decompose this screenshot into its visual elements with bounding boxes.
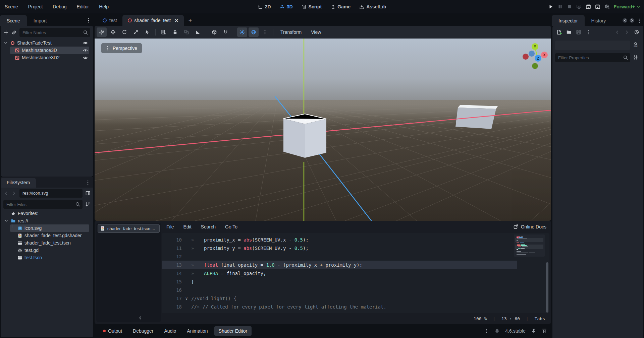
open-docs-search-button[interactable]: DOC [633, 42, 638, 47]
pin-bottom-panel-button[interactable] [531, 328, 536, 334]
code-minimap[interactable] [514, 234, 545, 257]
code-line-15[interactable]: 15} [162, 277, 549, 286]
new-scene-tab-button[interactable]: + [184, 15, 197, 26]
visibility-eye-icon[interactable] [83, 41, 88, 46]
dock-tab-scene[interactable]: Scene [0, 15, 27, 26]
fs-item-Favorites-[interactable]: Favorites: [1, 210, 93, 217]
menu-editor[interactable]: Editor [77, 4, 89, 9]
shader-menu-search[interactable]: Search [201, 224, 216, 229]
tree-chevron[interactable] [4, 218, 9, 223]
fs-back-button[interactable] [3, 191, 9, 196]
fs-item-res---[interactable]: res:// [1, 217, 93, 224]
shader-menu-goto[interactable]: Go To [225, 224, 237, 229]
add-node-button[interactable] [3, 30, 9, 35]
selection-list-button[interactable] [159, 27, 169, 37]
scene-node-ShaderFadeTest[interactable]: ShaderFadeTest [1, 39, 93, 47]
property-tools-button[interactable] [633, 55, 638, 60]
dock-nav-back-button[interactable] [622, 18, 628, 23]
code-line-10[interactable]: 10»proximity_x = abs(SCREEN_UV.x - 0.5); [162, 235, 549, 244]
expand-bottom-panel-button[interactable] [542, 328, 547, 334]
menu-help[interactable]: Help [99, 4, 109, 9]
resource-menu-button[interactable] [586, 29, 591, 35]
edit-history-button[interactable] [634, 29, 639, 35]
fs-sort-button[interactable] [85, 202, 91, 207]
move-mode-button[interactable] [108, 27, 118, 37]
play-custom-scene-button[interactable] [595, 4, 600, 9]
close-tab-icon[interactable]: ✕ [175, 18, 178, 23]
code-line-17[interactable]: 17∨//void light() { [162, 294, 549, 302]
inspector-tab-history[interactable]: History [585, 15, 613, 26]
fs-item-icon.svg[interactable]: icon.svg [1, 224, 93, 232]
perspective-menu-button[interactable]: Perspective [101, 43, 142, 53]
movie-reel-button[interactable] [604, 4, 610, 9]
play-scene-button[interactable] [586, 4, 591, 9]
preview-settings-button[interactable] [260, 27, 270, 37]
dock-tabs-menu-icon[interactable] [86, 18, 91, 23]
shader-file-item[interactable]: shader_fade_test.tscn:... [98, 224, 160, 233]
code-line-11[interactable]: 11»proximity_y = abs(SCREEN_UV.y - 0.5); [162, 244, 549, 252]
scene-node-MeshInstance3D2[interactable]: MeshInstance3D2 [1, 54, 93, 61]
tree-chevron[interactable] [3, 40, 8, 46]
fold-arrow[interactable]: ∨ [182, 296, 191, 301]
history-back-button[interactable] [614, 29, 620, 35]
ruler-mode-button[interactable] [193, 27, 203, 37]
filter-files-input[interactable] [3, 200, 83, 209]
viewport-3d[interactable]: Y X Z Perspective [95, 39, 551, 221]
scene-tab-test[interactable]: test [97, 15, 122, 26]
lock-selected-button[interactable] [170, 27, 180, 37]
online-docs-button[interactable]: Online Docs [513, 224, 546, 229]
engine-version[interactable]: 4.6.stable [505, 328, 526, 334]
code-line-14[interactable]: 14»ALPHA = final_opacity; [162, 269, 549, 277]
scene-tab-shader_fade_test[interactable]: shader_fade_test✕ [122, 15, 184, 26]
fs-item-test.tscn[interactable]: test.tscn [1, 254, 93, 261]
preview-environment-button[interactable] [249, 27, 259, 37]
menu-debug[interactable]: Debug [53, 4, 66, 9]
shader-menu-edit[interactable]: Edit [183, 224, 192, 229]
code-vertical-scrollbar[interactable] [546, 233, 549, 313]
group-selected-button[interactable] [181, 27, 192, 37]
notifications-bell-icon[interactable] [494, 328, 500, 334]
fs-item-shader-fade-test.tscn[interactable]: shader_fade_test.tscn [1, 239, 93, 247]
bottom-tab-animation[interactable]: Animation [182, 326, 212, 336]
menu-scene[interactable]: Scene [5, 4, 18, 9]
renderer-selector[interactable]: Forward+ [614, 4, 641, 9]
inspector-dock-menu-button[interactable] [637, 18, 642, 23]
instance-scene-button[interactable] [11, 30, 17, 35]
menu-project[interactable]: Project [28, 4, 43, 9]
select-mode-button[interactable] [97, 27, 107, 37]
use-snap-button[interactable] [221, 27, 231, 37]
stop-button[interactable] [567, 4, 572, 9]
shader-menu-file[interactable]: File [166, 224, 174, 229]
switch-3d-button[interactable]: 3D [280, 4, 293, 9]
viewport-menu-view[interactable]: View [307, 29, 325, 35]
viewport-menu-transform[interactable]: Transform [276, 29, 306, 35]
code-line-13[interactable]: 13»float final_opacity = 1.0 - (proximit… [162, 261, 549, 269]
bottom-tab-debugger[interactable]: Debugger [128, 326, 158, 336]
use-local-space-button[interactable] [209, 27, 219, 37]
new-resource-button[interactable] [556, 29, 562, 35]
code-line-18[interactable]: 18//» // Called for every pixel for ever… [162, 302, 549, 311]
bottom-tab-audio[interactable]: Audio [160, 326, 181, 336]
indent-mode[interactable]: Tabs [535, 316, 545, 321]
fs-forward-button[interactable] [11, 191, 17, 196]
switch-script-button[interactable]: Script [302, 4, 322, 9]
filesystem-menu-button[interactable] [85, 180, 91, 185]
visibility-eye-icon[interactable] [83, 48, 88, 53]
fs-split-mode-button[interactable] [85, 191, 91, 196]
rotate-mode-button[interactable] [119, 27, 129, 37]
zoom-level[interactable]: 100 % [474, 316, 487, 321]
play-button[interactable] [548, 4, 553, 9]
dock-nav-forward-button[interactable] [629, 18, 635, 23]
save-resource-button[interactable] [576, 29, 581, 35]
bottom-bar-menu-button[interactable] [484, 328, 489, 334]
code-area[interactable]: 10»proximity_x = abs(SCREEN_UV.x - 0.5);… [162, 233, 549, 313]
history-forward-button[interactable] [624, 29, 630, 35]
code-line-12[interactable]: 12 [162, 252, 549, 261]
remote-debug-button[interactable] [576, 4, 582, 9]
collapse-file-list-button[interactable] [138, 315, 143, 321]
scene-node-MeshInstance3D[interactable]: MeshInstance3D [1, 47, 93, 54]
list-select-cursor-button[interactable] [142, 27, 152, 37]
filter-properties-input[interactable] [555, 53, 630, 62]
switch-assetlib-button[interactable]: AssetLib [359, 4, 386, 9]
filesystem-tab[interactable]: FileSystem [1, 178, 36, 188]
